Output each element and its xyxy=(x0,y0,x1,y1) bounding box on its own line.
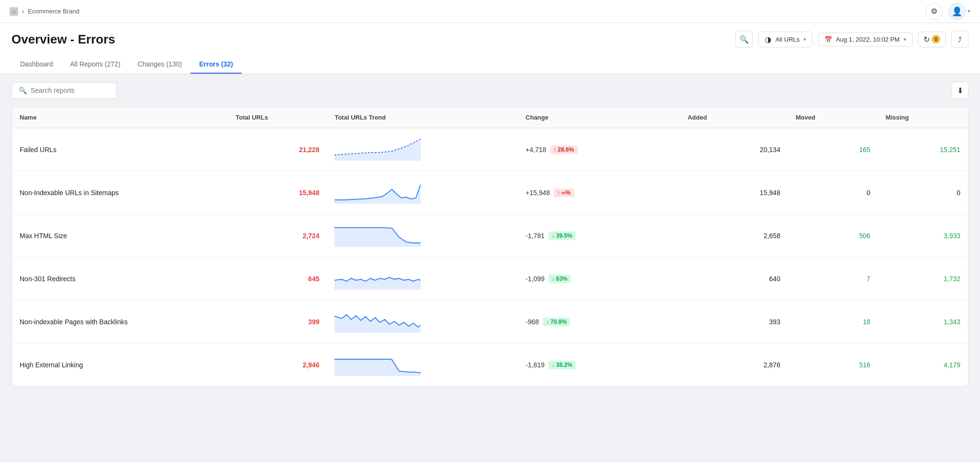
cell-missing: 3,933 xyxy=(878,214,968,257)
tab-all-reports[interactable]: All Reports (272) xyxy=(62,55,129,74)
breadcrumb-label: Ecommerce Brand xyxy=(28,8,79,15)
cell-change: -968 ↓ 70.8% xyxy=(518,300,680,343)
top-bar-right: ⚙ 👤 ▾ xyxy=(925,3,970,20)
avatar-button[interactable]: 👤 xyxy=(948,3,966,20)
cell-total-urls: 645 xyxy=(228,257,327,300)
table-row[interactable]: High External Linking 2,946 -1,819 ↓ 38.… xyxy=(12,343,968,386)
gear-icon: ⚙ xyxy=(931,7,937,16)
breadcrumb: ⌂ › Ecommerce Brand xyxy=(10,7,79,16)
url-filter-chevron-icon: ▾ xyxy=(803,36,806,43)
cell-missing: 0 xyxy=(878,171,968,214)
col-name: Name xyxy=(12,107,228,128)
change-value: -1,819 xyxy=(525,361,545,369)
change-arrow-icon: ↓ xyxy=(552,232,555,239)
tabs: Dashboard All Reports (272) Changes (130… xyxy=(11,55,969,74)
search-icon: 🔍 xyxy=(739,35,749,44)
change-arrow-icon: ↓ xyxy=(546,319,549,325)
col-added: Added xyxy=(680,107,788,128)
tab-errors[interactable]: Errors (32) xyxy=(190,55,242,74)
col-trend: Total URLs Trend xyxy=(327,107,518,128)
date-chevron-icon: ▾ xyxy=(903,36,906,43)
cell-change: -1,099 ↓ 63% xyxy=(518,257,680,300)
change-badge: ↑ ∞% xyxy=(554,188,574,197)
url-filter-selector[interactable]: ◑ All URLs ▾ xyxy=(758,32,813,47)
search-input[interactable] xyxy=(31,87,110,94)
cell-total-urls: 2,724 xyxy=(228,214,327,257)
cell-name: High External Linking xyxy=(12,343,228,386)
top-bar: ⌂ › Ecommerce Brand ⚙ 👤 ▾ xyxy=(0,0,980,23)
change-arrow-icon: ↓ xyxy=(552,275,555,282)
toolbar: 🔍 ⬇ xyxy=(11,82,969,99)
cell-name: Max HTML Size xyxy=(12,214,228,257)
cell-moved: 18 xyxy=(788,300,878,343)
cell-moved: 516 xyxy=(788,343,878,386)
tab-changes[interactable]: Changes (130) xyxy=(129,55,191,74)
change-arrow-icon: ↑ xyxy=(557,189,560,196)
table-row[interactable]: Failed URLs 21,228 +4,718 ↑ 28.6% 20,134… xyxy=(12,128,968,171)
date-label: Aug 1, 2022, 10:02 PM xyxy=(836,36,900,43)
table-row[interactable]: Non-301 Redirects 645 -1,099 ↓ 63% 640 7… xyxy=(12,257,968,300)
cell-added: 393 xyxy=(680,300,788,343)
cell-name: Non-indexable Pages with Backlinks xyxy=(12,300,228,343)
cell-added: 2,658 xyxy=(680,214,788,257)
cell-added: 20,134 xyxy=(680,128,788,171)
pie-chart-icon: ◑ xyxy=(765,35,771,44)
download-button[interactable]: ⬇ xyxy=(951,82,969,99)
cell-total-urls: 15,948 xyxy=(228,171,327,214)
col-total-urls: Total URLs xyxy=(228,107,327,128)
date-selector[interactable]: 📅 Aug 1, 2022, 10:02 PM ▾ xyxy=(818,33,913,46)
main-header-top: Overview - Errors 🔍 ◑ All URLs ▾ 📅 Aug 1… xyxy=(11,31,969,48)
download-icon: ⬇ xyxy=(957,86,963,95)
cell-missing: 1,732 xyxy=(878,257,968,300)
col-missing: Missing xyxy=(878,107,968,128)
refresh-button[interactable]: ↻ 0 xyxy=(918,32,946,47)
cell-name: Non-Indexable URLs in Sitemaps xyxy=(12,171,228,214)
settings-button[interactable]: ⚙ xyxy=(925,3,943,20)
cell-missing: 15,251 xyxy=(878,128,968,171)
avatar-chevron-icon: ▾ xyxy=(968,8,970,14)
table-header-row: Name Total URLs Total URLs Trend Change … xyxy=(12,107,968,128)
change-arrow-icon: ↓ xyxy=(552,362,555,368)
cell-missing: 1,343 xyxy=(878,300,968,343)
cell-missing: 4,179 xyxy=(878,343,968,386)
refresh-icon: ↻ xyxy=(924,35,930,44)
table-row[interactable]: Max HTML Size 2,724 -1,781 ↓ 39.5% 2,658… xyxy=(12,214,968,257)
calendar-icon: 📅 xyxy=(824,36,832,43)
change-badge: ↓ 63% xyxy=(548,275,571,283)
cell-trend xyxy=(327,214,518,257)
col-moved: Moved xyxy=(788,107,878,128)
tab-dashboard[interactable]: Dashboard xyxy=(11,55,62,74)
refresh-badge: 0 xyxy=(932,35,940,44)
content: 🔍 ⬇ Name Total URLs Total URLs Trend Cha… xyxy=(0,74,980,394)
cell-moved: 165 xyxy=(788,128,878,171)
share-icon: ⤴ xyxy=(958,35,962,44)
avatar-icon: 👤 xyxy=(952,6,962,17)
cell-total-urls: 399 xyxy=(228,300,327,343)
cell-moved: 0 xyxy=(788,171,878,214)
cell-name: Failed URLs xyxy=(12,128,228,171)
cell-total-urls: 2,946 xyxy=(228,343,327,386)
change-value: +15,948 xyxy=(525,189,550,197)
reports-table: Name Total URLs Total URLs Trend Change … xyxy=(12,107,968,386)
cell-change: -1,781 ↓ 39.5% xyxy=(518,214,680,257)
home-icon[interactable]: ⌂ xyxy=(10,7,18,16)
cell-trend xyxy=(327,171,518,214)
cell-trend xyxy=(327,128,518,171)
share-button[interactable]: ⤴ xyxy=(951,31,969,48)
header-controls: 🔍 ◑ All URLs ▾ 📅 Aug 1, 2022, 10:02 PM ▾… xyxy=(735,31,969,48)
cell-added: 640 xyxy=(680,257,788,300)
table-row[interactable]: Non-Indexable URLs in Sitemaps 15,948 +1… xyxy=(12,171,968,214)
change-badge: ↓ 70.8% xyxy=(543,318,570,326)
header-search-button[interactable]: 🔍 xyxy=(735,31,753,48)
cell-name: Non-301 Redirects xyxy=(12,257,228,300)
search-input-icon: 🔍 xyxy=(19,87,27,94)
change-value: +4,718 xyxy=(525,146,546,154)
cell-trend xyxy=(327,300,518,343)
data-table: Name Total URLs Total URLs Trend Change … xyxy=(11,107,969,386)
col-change: Change xyxy=(518,107,680,128)
change-badge: ↓ 39.5% xyxy=(548,231,576,240)
search-input-wrap[interactable]: 🔍 xyxy=(11,82,117,99)
cell-total-urls: 21,228 xyxy=(228,128,327,171)
cell-moved: 7 xyxy=(788,257,878,300)
table-row[interactable]: Non-indexable Pages with Backlinks 399 -… xyxy=(12,300,968,343)
